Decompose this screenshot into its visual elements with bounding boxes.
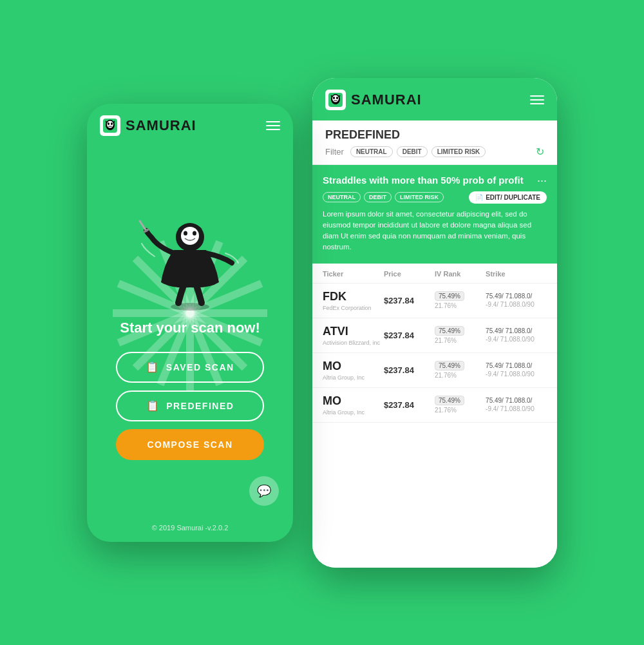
svg-rect-33 <box>334 100 337 101</box>
filter-tag-neutral[interactable]: NEUTRAL <box>350 146 393 157</box>
hamburger-menu-left[interactable] <box>266 121 280 130</box>
refresh-icon[interactable]: ↻ <box>536 146 544 158</box>
logo-text-right: SAMURAI <box>351 91 422 108</box>
svg-point-4 <box>111 122 113 125</box>
left-header: SAMURAI <box>87 104 293 142</box>
card-title: Straddles with more than 50% prob of pro… <box>323 174 532 187</box>
iv-primary: 75.49% <box>435 361 464 371</box>
strike-primary: 75.49/ 71.088.0/ <box>486 327 547 334</box>
card-tag-neutral: NEUTRAL <box>323 192 361 202</box>
hamburger-line <box>266 129 280 130</box>
strike-secondary: -9.4/ 71.088.0/90 <box>486 301 547 308</box>
right-phone: SAMURAI PREDEFINED Filter NEUTRAL DEBIT … <box>312 78 557 568</box>
iv-primary: 75.49% <box>435 326 464 336</box>
th-ticker: Ticker <box>323 270 384 278</box>
ticker-name: FedEx Corporation <box>323 305 384 311</box>
iv-cell: 75.49% 21.76% <box>435 396 486 414</box>
hamburger-menu-right[interactable] <box>530 95 544 104</box>
hamburger-line <box>530 99 544 101</box>
svg-point-31 <box>333 97 335 99</box>
hamburger-line <box>266 121 280 122</box>
strike-secondary: -9.4/ 71.088.0/90 <box>486 336 547 343</box>
strike-secondary: -9.4/ 71.088.0/90 <box>486 405 547 412</box>
strike-cell: 75.49/ 71.088.0/ -9.4/ 71.088.0/90 <box>486 293 547 308</box>
strike-cell: 75.49/ 71.088.0/ -9.4/ 71.088.0/90 <box>486 362 547 378</box>
ticker-cell: MO Altria Group, Inc <box>323 360 384 381</box>
table-row[interactable]: MO Altria Group, Inc $237.84 75.49% 21.7… <box>312 388 557 423</box>
iv-cell: 75.49% 21.76% <box>435 291 486 309</box>
svg-point-26 <box>193 231 196 235</box>
iv-secondary: 21.76% <box>435 372 486 379</box>
chat-fab[interactable]: 💬 <box>249 476 279 506</box>
price-cell: $237.84 <box>384 331 435 340</box>
th-iv-rank: IV Rank <box>435 270 486 278</box>
iv-secondary: 21.76% <box>435 407 486 414</box>
copyright: © 2019 Samurai -v.2.0.2 <box>87 517 293 542</box>
price-cell: $237.84 <box>384 400 435 410</box>
hamburger-line <box>530 95 544 97</box>
th-strike: Strike <box>486 270 547 278</box>
price-cell: $237.84 <box>384 296 435 305</box>
logo-icon-right <box>325 90 346 110</box>
ticker-symbol: ATVI <box>323 325 384 338</box>
right-header: SAMURAI <box>312 78 557 120</box>
edit-icon: 📄 <box>475 194 483 201</box>
svg-point-3 <box>108 122 109 125</box>
table-row[interactable]: FDK FedEx Corporation $237.84 75.49% 21.… <box>312 284 557 318</box>
svg-point-32 <box>336 97 338 99</box>
table-row[interactable]: MO Altria Group, Inc $237.84 75.49% 21.7… <box>312 353 557 388</box>
card-tag-debit: DEBIT <box>364 192 392 202</box>
filter-tag-limited-risk[interactable]: LIMITED RISK <box>431 146 486 157</box>
results-table: Ticker Price IV Rank Strike FDK FedEx Co… <box>312 264 557 568</box>
iv-cell: 75.49% 21.76% <box>435 326 486 344</box>
th-price: Price <box>384 270 435 278</box>
ticker-symbol: FDK <box>323 290 384 303</box>
strike-primary: 75.49/ 71.088.0/ <box>486 397 547 404</box>
card-tag-limited-risk: LIMITED RISK <box>395 192 444 202</box>
ticker-cell: FDK FedEx Corporation <box>323 290 384 311</box>
iv-secondary: 21.76% <box>435 302 486 309</box>
ticker-cell: MO Altria Group, Inc <box>323 394 384 416</box>
strike-cell: 75.49/ 71.088.0/ -9.4/ 71.088.0/90 <box>486 397 547 412</box>
ticker-symbol: MO <box>323 360 384 373</box>
hero-title: Start your scan now! <box>120 320 260 336</box>
card-more-options[interactable]: ··· <box>532 174 547 188</box>
filter-row: Filter NEUTRAL DEBIT LIMITED RISK ↻ <box>325 146 544 158</box>
edit-duplicate-button[interactable]: 📄 EDIT/ DUPLICATE <box>469 191 547 204</box>
hamburger-line <box>530 103 544 104</box>
strike-primary: 75.49/ 71.088.0/ <box>486 293 547 300</box>
logo-icon-left <box>100 115 120 136</box>
ticker-symbol: MO <box>323 394 384 408</box>
svg-point-25 <box>184 231 187 235</box>
iv-primary: 75.49% <box>435 396 464 405</box>
logo-text-left: SAMURAI <box>126 117 196 134</box>
iv-primary: 75.49% <box>435 291 464 301</box>
strike-primary: 75.49/ 71.088.0/ <box>486 362 547 369</box>
ticker-name: Altria Group, Inc <box>323 374 384 381</box>
filter-tag-debit[interactable]: DEBIT <box>397 146 428 157</box>
iv-cell: 75.49% 21.76% <box>435 361 486 379</box>
hamburger-line <box>266 125 280 126</box>
price-cell: $237.84 <box>384 365 435 375</box>
left-phone: SAMURAI <box>87 104 293 542</box>
logo-left: SAMURAI <box>100 115 196 136</box>
card-description: Lorem ipsum dolor sit amet, consectetur … <box>323 209 547 253</box>
ticker-name: Activision Blizzard, inc <box>323 340 384 346</box>
filter-section: PREDEFINED Filter NEUTRAL DEBIT LIMITED … <box>312 120 557 165</box>
strike-secondary: -9.4/ 71.088.0/90 <box>486 371 547 378</box>
table-header: Ticker Price IV Rank Strike <box>312 264 557 284</box>
page-title: PREDEFINED <box>325 128 544 142</box>
hero-area: Start your scan now! 📋 SAVED SCAN 📋 PRED… <box>87 142 293 517</box>
ticker-cell: ATVI Activision Blizzard, inc <box>323 325 384 346</box>
strike-cell: 75.49/ 71.088.0/ -9.4/ 71.088.0/90 <box>486 327 547 343</box>
table-row[interactable]: ATVI Activision Blizzard, inc $237.84 75… <box>312 318 557 353</box>
chat-icon: 💬 <box>257 484 271 498</box>
svg-point-24 <box>181 227 199 245</box>
card-header: Straddles with more than 50% prob of pro… <box>323 174 547 188</box>
logo-right: SAMURAI <box>325 90 422 110</box>
samurai-character <box>138 198 242 314</box>
card-tags: NEUTRAL DEBIT LIMITED RISK 📄 EDIT/ DUPLI… <box>323 191 547 204</box>
iv-secondary: 21.76% <box>435 337 486 344</box>
ticker-name: Altria Group, Inc <box>323 409 384 416</box>
filter-label: Filter <box>325 147 344 157</box>
